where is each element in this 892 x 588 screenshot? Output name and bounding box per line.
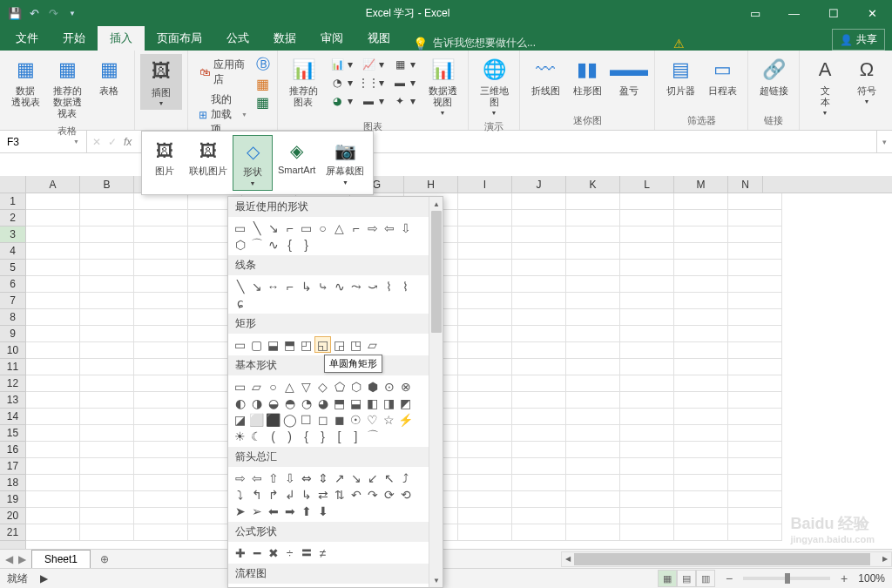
cell[interactable] [512,342,566,359]
bing-maps-icon[interactable]: ▦ [256,76,270,92]
sheet-nav-prev-icon[interactable]: ◀ [5,553,13,565]
cell[interactable] [134,491,188,508]
cell[interactable] [80,193,134,210]
shape-arrow-12[interactable]: ↰ [248,486,265,503]
shape-basic-14[interactable]: ◓ [281,395,298,411]
column-header-B[interactable]: B [80,176,134,193]
hscroll-thumb[interactable] [574,553,870,565]
cell[interactable] [674,260,728,276]
cell[interactable] [80,491,134,508]
cell[interactable] [512,193,566,210]
cell[interactable] [620,458,674,475]
shape-arrow-15[interactable]: ↳ [298,486,314,503]
cell[interactable] [566,309,620,326]
cell[interactable] [458,375,512,392]
shape-arrow-23[interactable]: ➢ [248,503,265,519]
bing-icon[interactable]: Ⓑ [256,56,270,74]
cell[interactable] [674,243,728,260]
shape-arrow-3[interactable]: ⇩ [281,470,298,486]
cell[interactable] [566,210,620,226]
shape-arrow-20[interactable]: ⟳ [381,486,397,503]
tell-me-search[interactable]: 💡 告诉我您想要做什么... [413,36,536,51]
cell[interactable] [728,276,782,293]
shape-arrow-10[interactable]: ⤴ [397,470,414,486]
tab-formulas[interactable]: 公式 [214,26,261,51]
cell[interactable] [80,475,134,491]
shape-rect9[interactable]: ▱ [364,336,381,353]
share-button[interactable]: 👤 共享 [832,29,885,51]
row-header-4[interactable]: 4 [0,243,25,260]
cancel-formula-icon[interactable]: ✕ [92,136,101,148]
cell[interactable] [458,392,512,409]
sparkline-column-button[interactable]: ▮▮ 柱形图 [567,54,607,98]
qat-dropdown-icon[interactable]: ▼ [64,5,80,21]
row-header-19[interactable]: 19 [0,491,25,508]
shape-arrow-21[interactable]: ⟲ [397,486,414,503]
shape-arrow-d[interactable]: ⇩ [397,220,414,236]
row-header-13[interactable]: 13 [0,392,25,409]
shape-basic-27[interactable]: ◻ [314,411,331,428]
cell[interactable] [134,359,188,375]
shape-basic-38[interactable]: } [314,428,331,444]
shape-curve[interactable]: ∿ [265,236,281,253]
bar-chart-button[interactable]: ▬▾ [358,92,388,110]
accept-formula-icon[interactable]: ✓ [108,136,117,148]
view-page-break-button[interactable]: ▥ [696,570,715,587]
cell[interactable] [566,375,620,392]
shape-triangle[interactable]: △ [331,220,348,236]
close-icon[interactable]: ✕ [853,0,892,26]
shape-basic-2[interactable]: ○ [265,378,281,395]
cell[interactable] [26,425,80,442]
cell[interactable] [566,260,620,276]
cell[interactable] [80,260,134,276]
row-header-18[interactable]: 18 [0,475,25,491]
row-header-9[interactable]: 9 [0,326,25,342]
macro-record-icon[interactable]: ▶ [40,572,48,585]
ribbon-display-icon[interactable]: ▭ [735,0,774,26]
shape-minus[interactable]: ━ [248,544,265,561]
cell[interactable] [728,309,782,326]
cell[interactable] [26,491,80,508]
cell[interactable] [26,326,80,342]
shape-arrow-6[interactable]: ↗ [331,470,348,486]
cell[interactable] [728,442,782,458]
timeline-button[interactable]: ▭ 日程表 [702,54,742,98]
shape-arrow-16[interactable]: ⇄ [314,486,331,503]
column-header-L[interactable]: L [620,176,674,193]
shape-arrow-24[interactable]: ⬅ [265,503,281,519]
row-header-1[interactable]: 1 [0,193,25,210]
row-header-3[interactable]: 3 [0,226,25,243]
shape-basic-8[interactable]: ⬢ [364,378,381,395]
row-header-7[interactable]: 7 [0,293,25,309]
shape-basic-10[interactable]: ⊗ [397,378,414,395]
pivot-table-button[interactable]: ▦ 数据 透视表 [5,54,45,110]
cell[interactable] [620,524,674,541]
cell[interactable] [620,276,674,293]
shape-basic-34[interactable]: ☾ [248,428,265,444]
shape-basic-15[interactable]: ◔ [298,395,314,411]
cell[interactable] [728,326,782,342]
column-header-H[interactable]: H [404,176,458,193]
cell[interactable] [512,243,566,260]
cell[interactable] [620,359,674,375]
warning-icon[interactable]: ⚠ [673,37,685,51]
cell[interactable] [566,508,620,524]
cell[interactable] [728,193,782,210]
cell[interactable] [620,409,674,425]
shape-basic-37[interactable]: { [298,428,314,444]
cell[interactable] [620,226,674,243]
shape-hex[interactable]: ⬡ [232,236,248,253]
shape-arrow-2[interactable]: ⇧ [265,470,281,486]
cell[interactable] [134,458,188,475]
hyperlink-button[interactable]: 🔗 超链接 [753,54,794,98]
cell[interactable] [512,409,566,425]
cell[interactable] [728,491,782,508]
cell[interactable] [620,309,674,326]
shape-basic-35[interactable]: ( [265,428,281,444]
cell[interactable] [26,524,80,541]
cell[interactable] [80,276,134,293]
cell[interactable] [134,375,188,392]
shape-arrow-13[interactable]: ↱ [265,486,281,503]
cell[interactable] [674,226,728,243]
shape-line10[interactable]: ⌇ [381,278,397,294]
